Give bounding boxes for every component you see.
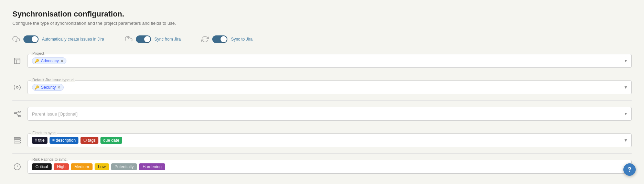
chip-medium: Medium <box>71 163 93 170</box>
svg-rect-2 <box>14 58 20 64</box>
advocacy-chip-icon: 🔑 <box>34 59 39 63</box>
fields-to-sync-label: Fields to sync <box>31 131 57 135</box>
svg-rect-11 <box>14 138 20 139</box>
chip-low: Low <box>95 163 109 170</box>
svg-rect-13 <box>14 142 20 143</box>
toggle-sync-from-label: Sync from Jira <box>154 37 181 42</box>
risk-ratings-icon <box>12 162 22 172</box>
parent-issue-dropdown-arrow: ▼ <box>624 111 628 116</box>
divider-3 <box>12 127 632 127</box>
chip-potentially: Potentially <box>111 163 137 170</box>
fields-to-sync-row: Fields to sync # title ≡ description ⬡ t… <box>12 133 632 147</box>
toggle-auto-create-switch[interactable] <box>23 35 39 43</box>
risk-ratings-container: Risk Ratings to sync Critical High Mediu… <box>28 160 632 174</box>
fields-to-sync-icon <box>12 136 22 145</box>
risk-ratings-label: Risk Ratings to sync <box>31 157 68 161</box>
security-chip: 🔑 Security × <box>32 84 64 91</box>
svg-rect-7 <box>19 111 20 112</box>
toggle-auto-create-label: Automatically create issues in Jira <box>42 37 104 42</box>
toggle-auto-create: Automatically create issues in Jira <box>12 35 104 43</box>
project-chip-advocacy: 🔑 Advocacy × <box>32 57 66 64</box>
fields-to-sync-dropdown[interactable]: # title ≡ description ⬡ tags due date ▼ <box>28 133 632 147</box>
svg-line-10 <box>16 113 18 116</box>
parent-issue-row: Parent Issue [Optional] ▼ <box>12 107 632 121</box>
toggle-sync-from: Sync from Jira <box>125 35 181 43</box>
issue-type-row: Default Jira issue type id 🔑 Security × … <box>12 80 632 94</box>
chip-critical: Critical <box>32 163 52 170</box>
page-title: Synchronisation configuration. <box>12 10 632 19</box>
project-dropdown-arrow: ▼ <box>624 58 628 63</box>
security-chip-close[interactable]: × <box>57 85 60 90</box>
project-row: Project 🔑 Advocacy × ▼ <box>12 54 632 68</box>
issue-type-field-container: Default Jira issue type id 🔑 Security × … <box>28 80 632 94</box>
project-label: Project <box>31 51 45 55</box>
toggle-sync-from-switch[interactable] <box>136 35 151 43</box>
help-button[interactable]: ? <box>623 163 636 176</box>
toggle-sync-to-label: Sync to Jira <box>231 37 253 42</box>
divider-4 <box>12 153 632 154</box>
project-field-container: Project 🔑 Advocacy × ▼ <box>28 54 632 68</box>
chip-high: High <box>54 163 69 170</box>
svg-rect-8 <box>19 116 20 117</box>
security-chip-icon: 🔑 <box>34 85 39 90</box>
issue-type-icon <box>12 83 22 92</box>
cloud-sync-icon <box>201 35 209 43</box>
issue-type-dropdown-arrow: ▼ <box>624 85 628 90</box>
svg-rect-12 <box>14 140 20 141</box>
parent-issue-icon <box>12 109 22 119</box>
toggle-sync-to-switch[interactable] <box>212 35 227 43</box>
parent-issue-field-container: Parent Issue [Optional] ▼ <box>28 107 632 121</box>
divider-1 <box>12 74 632 74</box>
issue-type-label: Default Jira issue type id <box>31 78 75 82</box>
cloud-upload-icon <box>125 35 132 43</box>
chip-description: ≡ description <box>50 137 78 144</box>
toggle-sync-to: Sync to Jira <box>201 35 253 43</box>
fields-sync-dropdown-arrow: ▼ <box>624 138 628 143</box>
security-chip-label: Security <box>41 85 56 90</box>
cloud-download-icon <box>12 35 20 43</box>
fields-to-sync-container: Fields to sync # title ≡ description ⬡ t… <box>28 133 632 147</box>
svg-point-5 <box>16 86 18 88</box>
chip-tags: ⬡ tags <box>80 137 98 144</box>
svg-line-9 <box>16 112 18 113</box>
parent-issue-placeholder: Parent Issue [Optional] <box>32 111 77 117</box>
svg-rect-6 <box>14 112 16 113</box>
divider-2 <box>12 100 632 101</box>
issue-type-dropdown[interactable]: 🔑 Security × ▼ <box>28 80 632 94</box>
advocacy-chip-close[interactable]: × <box>61 58 63 63</box>
project-dropdown[interactable]: 🔑 Advocacy × ▼ <box>28 54 632 68</box>
page-subtitle: Configure the type of synchronization an… <box>12 21 632 26</box>
risk-ratings-dropdown[interactable]: Critical High Medium Low Potentially Har… <box>28 160 632 174</box>
toggle-row: Automatically create issues in Jira Sync… <box>12 35 632 43</box>
parent-issue-dropdown[interactable]: Parent Issue [Optional] ▼ <box>28 107 632 121</box>
chip-title: # title <box>32 137 47 144</box>
risk-ratings-row: Risk Ratings to sync Critical High Mediu… <box>12 160 632 174</box>
advocacy-chip-label: Advocacy <box>41 58 59 63</box>
main-content: Synchronisation configuration. Configure… <box>0 0 644 184</box>
project-icon <box>12 56 22 66</box>
chip-due-date: due date <box>100 137 122 144</box>
chip-hardening: Hardening <box>139 163 165 170</box>
